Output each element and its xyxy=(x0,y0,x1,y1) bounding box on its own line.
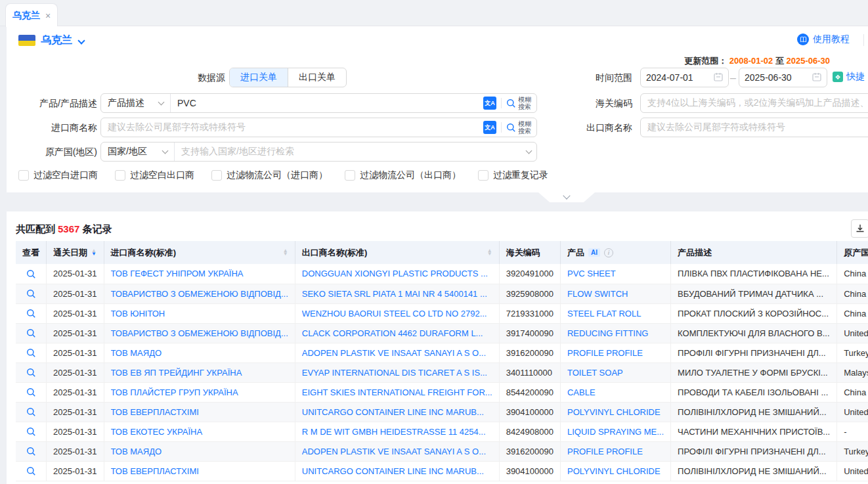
importer-link[interactable]: ТОВ ГЕФЕСТ УНІПРОМ УКРАЇНА xyxy=(111,269,288,278)
checkbox-icon[interactable] xyxy=(18,170,29,181)
magnifier-icon xyxy=(26,407,36,417)
translate-icon[interactable]: 文A xyxy=(483,121,496,134)
importer-link[interactable]: ТОВ ЕВЕРПЛАСТХІМІ xyxy=(111,466,288,476)
view-record-button[interactable] xyxy=(26,309,36,319)
exporter-link[interactable]: EIGHT SKIES INTERNATIONAL FREIGHT FOR... xyxy=(302,387,492,397)
importer-link[interactable]: ТОВАРИСТВО З ОБМЕЖЕНОЮ ВІДПОВІД... xyxy=(111,289,288,299)
start-date-input[interactable]: 2024-07-01 xyxy=(640,68,729,87)
collapse-filters-handle[interactable] xyxy=(538,192,595,202)
fuzzy-label-2: 搜索 xyxy=(518,103,531,110)
product-link[interactable]: TOILET SOAP xyxy=(567,368,664,378)
importer-link[interactable]: ТОВАРИСТВО З ОБМЕЖЕНОЮ ВІДПОВІД... xyxy=(111,328,288,338)
importer-input[interactable]: 建议去除公司尾部字符或特殊符号 xyxy=(101,121,483,133)
end-date-input[interactable]: 2025-06-30 xyxy=(739,68,827,87)
product-link[interactable]: PROFILE PROFILE xyxy=(567,447,664,456)
product-link[interactable]: POLYVINYL CHLORIDE xyxy=(567,466,664,476)
checkbox-filter-logistics-exporter[interactable]: 过滤物流公司（出口商） xyxy=(345,169,461,181)
country-title[interactable]: 乌克兰 xyxy=(41,33,72,47)
export-button[interactable] xyxy=(851,219,868,238)
sort-icons[interactable]: ▲▼ xyxy=(283,250,288,255)
importer-link[interactable]: ТОВ МАЯДО xyxy=(111,447,288,456)
tab-ukraine[interactable]: 乌克兰 × xyxy=(5,3,58,27)
importer-link[interactable]: ТОВ МАЯДО xyxy=(111,348,288,358)
tutorial-link[interactable]: 使用教程 xyxy=(797,33,850,45)
exporter-link[interactable]: DONGGUAN XIONGYI PLASTIC PRODUCTS ... xyxy=(302,269,492,278)
sort-icons[interactable]: ▲▼ xyxy=(487,250,492,255)
product-link[interactable]: POLYVINYL CHLORIDE xyxy=(567,407,664,417)
exporter-link[interactable]: WENZHOU BAORUI STEEL CO LTD NO 2792... xyxy=(302,309,492,319)
exporter-link[interactable]: UNITCARGO CONTAINER LINE INC MARUB... xyxy=(302,407,492,417)
checkbox-filter-duplicates[interactable]: 过滤重复记录 xyxy=(478,169,548,181)
product-link[interactable]: PVC SHEET xyxy=(567,269,664,278)
origin-input[interactable]: 支持输入国家/地区进行检索 xyxy=(175,146,527,158)
view-record-button[interactable] xyxy=(26,466,36,476)
table-body: 2025-01-31 ТОВ ГЕФЕСТ УНІПРОМ УКРАЇНА DO… xyxy=(16,264,868,481)
table-row: 2025-01-31 ТОВ МАЯДО ADOPEN PLASTIK VE I… xyxy=(16,441,868,461)
exporter-link[interactable]: R M DE WIT GMBH HEIDESTRASSE 11 4254... xyxy=(302,427,492,437)
product-link[interactable]: REDUCING FITTING xyxy=(567,328,664,338)
product-search-input[interactable]: PVC xyxy=(171,98,483,108)
product-link[interactable]: CABLE xyxy=(567,387,664,397)
checkbox-label: 过滤重复记录 xyxy=(493,169,548,181)
tool-divider xyxy=(501,98,502,108)
col-importer[interactable]: 进口商名称(标准)▲▼ xyxy=(104,241,295,264)
importer-link[interactable]: ТОВ ЕВЕРПЛАСТХІМІ xyxy=(111,407,288,417)
magnifier-icon xyxy=(26,348,36,358)
quick-select-button[interactable]: ❖ 快捷 xyxy=(833,71,865,83)
checkbox-filter-logistics-importer[interactable]: 过滤物流公司（进口商） xyxy=(211,169,328,181)
product-link[interactable]: STEEL FLAT ROLL xyxy=(567,309,664,319)
exporter-link[interactable]: SEKO SIETA SRL PIATA 1 MAI NR 4 5400141 … xyxy=(302,289,492,299)
importer-link[interactable]: ТОВ ЕВ ЯП ТРЕЙДИНГ УКРАЇНА xyxy=(111,368,288,378)
checkbox-icon[interactable] xyxy=(211,170,222,181)
view-record-button[interactable] xyxy=(26,427,36,437)
hs-code-input[interactable]: 支持4位以上海关编码，或2位海关编码加上产品描述、企业名称 xyxy=(640,93,868,113)
magnifier-icon xyxy=(26,368,36,378)
translate-icon[interactable]: 文A xyxy=(483,97,496,110)
checkbox-filter-blank-exporter[interactable]: 过滤空白出口商 xyxy=(115,169,194,181)
import-declarations-option[interactable]: 进口关单 xyxy=(230,68,288,87)
fuzzy-label-1: 模糊 xyxy=(518,120,531,127)
view-record-button[interactable] xyxy=(26,348,36,358)
export-declarations-option[interactable]: 出口关单 xyxy=(288,68,346,87)
chevron-down-icon[interactable] xyxy=(77,37,85,44)
col-exporter[interactable]: 出口商名称(标准)▲▼ xyxy=(295,241,499,264)
exporter-link[interactable]: UNITCARGO CONTAINER LINE INC MARUB... xyxy=(302,466,492,476)
close-tab-icon[interactable]: × xyxy=(45,11,51,20)
exporter-link[interactable]: EVYAP INTERNATIONAL DIS TICARET A S IS..… xyxy=(302,368,492,378)
fuzzy-search-button[interactable]: 模糊搜索 xyxy=(506,120,531,135)
col-hs-code: 海关编码 xyxy=(499,241,560,264)
exporter-input[interactable]: 建议去除公司尾部字符或特殊符号 xyxy=(640,118,868,137)
importer-link[interactable]: ТОВ ПЛАЙСТЕР ГРУП УКРАЇНА xyxy=(111,387,288,397)
exporter-link[interactable]: ADOPEN PLASTIK VE INSAAT SANAYI A S O... xyxy=(302,348,492,358)
product-link[interactable]: PROFILE PROFILE xyxy=(567,348,664,358)
importer-placeholder: 建议去除公司尾部字符或特殊符号 xyxy=(108,121,246,132)
col-clearance-date[interactable]: 通关日期▲▼ xyxy=(47,241,104,264)
product-type-select[interactable]: 产品描述 xyxy=(101,94,171,112)
info-icon[interactable]: i xyxy=(604,248,613,257)
checkbox-label: 过滤空白进口商 xyxy=(33,169,98,181)
view-record-button[interactable] xyxy=(26,289,36,299)
product-link[interactable]: LIQUID SPRAYING ME... xyxy=(567,427,664,437)
importer-link[interactable]: ТОВ ЮНІТОН xyxy=(111,309,288,319)
exporter-link[interactable]: CLACK CORPORATION 4462 DURAFORM L... xyxy=(302,328,492,338)
checkbox-filter-blank-importer[interactable]: 过滤空白进口商 xyxy=(18,169,98,181)
checkbox-icon[interactable] xyxy=(478,170,488,181)
product-description: ПЛІВКА ПВХ ПЛАСТИФІКОВАНА НЕ... xyxy=(678,269,829,278)
checkbox-icon[interactable] xyxy=(345,170,355,181)
view-record-button[interactable] xyxy=(26,407,36,417)
exporter-link[interactable]: ADOPEN PLASTIK VE INSAAT SANAYI A S O... xyxy=(302,447,492,456)
origin-type-select[interactable]: 国家/地区 xyxy=(101,143,175,161)
fuzzy-search-button[interactable]: 模糊搜索 xyxy=(506,96,531,111)
table-row: 2025-01-31 ТОВ ЕВЕРПЛАСТХІМІ UNITCARGO C… xyxy=(16,461,868,481)
view-record-button[interactable] xyxy=(26,368,36,378)
view-record-button[interactable] xyxy=(26,447,36,456)
view-record-button[interactable] xyxy=(26,387,36,397)
product-link[interactable]: FLOW SWITCH xyxy=(567,289,664,299)
result-count-suffix: 条记录 xyxy=(82,223,112,234)
view-record-button[interactable] xyxy=(26,269,36,279)
importer-link[interactable]: ТОВ ЕКОТЕС УКРАЇНА xyxy=(111,427,288,437)
origin-country: China xyxy=(844,387,866,397)
checkbox-icon[interactable] xyxy=(115,170,125,181)
view-record-button[interactable] xyxy=(26,328,36,338)
sort-icons[interactable]: ▲▼ xyxy=(91,250,97,255)
